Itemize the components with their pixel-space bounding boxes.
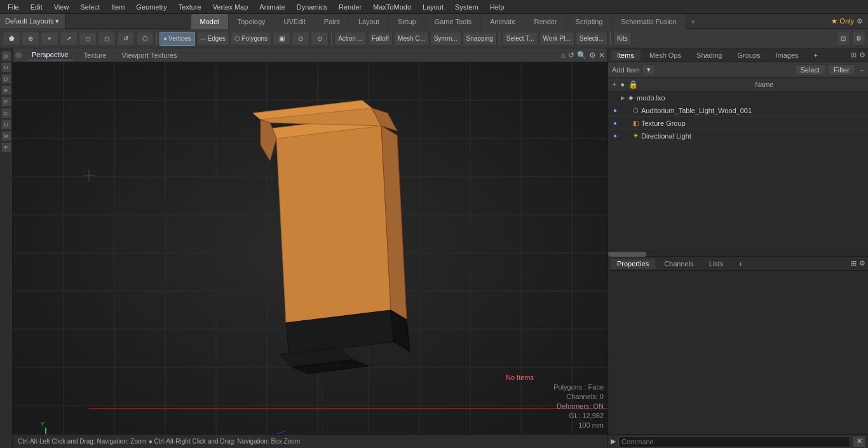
item-eye-light[interactable]: ● xyxy=(611,132,620,140)
items-lock-icon[interactable]: 🔒 xyxy=(628,80,638,89)
tool-action[interactable]: Action ... xyxy=(334,32,367,46)
tool-select-mode[interactable]: ↗ xyxy=(60,32,78,46)
tool-selectt[interactable]: Select T... xyxy=(503,32,538,46)
tool-rotate[interactable]: ↺ xyxy=(117,32,135,46)
list-item-mesh[interactable]: ● ⬡ Auditorium_Table_Light_Wood_001 xyxy=(608,104,868,117)
tool-viewport-fit[interactable]: ⊡ xyxy=(837,32,850,46)
items-scrollbar[interactable] xyxy=(608,251,868,256)
menu-select[interactable]: Select xyxy=(75,2,105,12)
menu-render[interactable]: Render xyxy=(334,2,367,12)
tool-snap[interactable]: ◻ xyxy=(79,32,97,46)
menu-file[interactable]: File xyxy=(3,2,24,12)
items-eye-icon[interactable]: ● xyxy=(620,80,625,89)
viewport-tab-textures[interactable]: Viewport Textures xyxy=(117,50,182,60)
tool-pivot[interactable]: ⌖ xyxy=(41,32,58,46)
left-btn-7[interactable]: U xyxy=(1,119,11,130)
left-btn-2[interactable]: U xyxy=(1,62,11,72)
menu-edit[interactable]: Edit xyxy=(25,2,48,12)
add-item-dropdown[interactable]: ▾ xyxy=(642,64,655,76)
tool-align[interactable]: ◻ xyxy=(98,32,116,46)
tool-world[interactable]: ⊕ xyxy=(22,32,39,46)
right-tab-groups[interactable]: Groups xyxy=(731,50,766,60)
layout-tab-uvedit[interactable]: UVEdit xyxy=(275,14,315,29)
viewport-settings-icon[interactable]: ⚙ xyxy=(589,51,596,60)
left-btn-3[interactable]: D xyxy=(1,74,11,84)
menu-help[interactable]: Help xyxy=(485,2,510,12)
command-input[interactable] xyxy=(618,436,850,447)
right-tab-items[interactable]: Items xyxy=(611,50,641,60)
list-item-root[interactable]: ▶ ◈ modo.lxo xyxy=(608,92,868,104)
panel-settings-icon[interactable]: ⚙ xyxy=(859,51,865,59)
command-clear-button[interactable]: ✕ xyxy=(853,436,865,447)
tool-kits[interactable]: Kits xyxy=(613,32,632,46)
bottom-tab-channels[interactable]: Channels xyxy=(658,259,700,269)
item-eye-texgroup[interactable]: ● xyxy=(611,119,620,128)
menu-layout[interactable]: Layout xyxy=(417,2,449,12)
tool-selecti[interactable]: Selecti... xyxy=(576,32,607,46)
list-item-texgroup[interactable]: ● ◧ Texture Group xyxy=(608,117,868,130)
viewport-dot[interactable] xyxy=(15,52,22,58)
right-tab-images[interactable]: Images xyxy=(770,50,805,60)
viewport-close-icon[interactable]: ✕ xyxy=(599,51,605,60)
select-button[interactable]: Select xyxy=(795,64,826,76)
filter-button[interactable]: Filter xyxy=(828,64,855,76)
tool-meshc[interactable]: Mesh C... xyxy=(394,32,429,46)
left-btn-9[interactable]: F xyxy=(1,142,11,153)
layout-tab-render[interactable]: Render xyxy=(526,14,566,29)
list-item-light[interactable]: ● ☀ Directional Light xyxy=(608,130,868,142)
viewport-tab-perspective[interactable]: Perspective xyxy=(27,50,73,60)
layout-tab-add[interactable]: + xyxy=(686,16,700,27)
menu-texture[interactable]: Texture xyxy=(173,2,207,12)
left-btn-8[interactable]: M xyxy=(1,131,11,141)
menu-animate[interactable]: Animate xyxy=(254,2,290,12)
viewport-home-icon[interactable]: ⌂ xyxy=(561,51,566,60)
tool-workpl[interactable]: Work Pl... xyxy=(539,32,574,46)
left-btn-1[interactable]: D xyxy=(1,51,11,61)
layout-tab-model[interactable]: Model xyxy=(191,14,228,29)
tool-center[interactable]: ⬡ xyxy=(136,32,154,46)
menu-geometry[interactable]: Geometry xyxy=(131,2,172,12)
viewport-search-icon[interactable]: 🔍 xyxy=(577,51,587,60)
item-eye-root[interactable] xyxy=(611,93,620,102)
col-minus-icon[interactable]: − xyxy=(860,66,864,74)
viewport-tab-texture[interactable]: Texture xyxy=(78,50,111,60)
tool-polygons[interactable]: ⬡ Polygons xyxy=(231,32,271,46)
left-btn-6[interactable]: C xyxy=(1,108,11,118)
right-tab-add[interactable]: + xyxy=(808,50,824,60)
menu-view[interactable]: View xyxy=(49,2,74,12)
layout-tab-setup[interactable]: Setup xyxy=(389,14,425,29)
bottom-tab-lists[interactable]: Lists xyxy=(703,259,730,269)
bottom-tab-add[interactable]: + xyxy=(732,259,749,269)
bottom-tab-properties[interactable]: Properties xyxy=(611,259,655,269)
layout-tab-layout[interactable]: Layout xyxy=(349,14,388,29)
panel-expand-icon[interactable]: ⊞ xyxy=(851,51,857,59)
layout-tab-topology[interactable]: Topology xyxy=(229,14,275,29)
right-tab-meshops[interactable]: Mesh Ops xyxy=(643,50,688,60)
viewport-refresh-icon[interactable]: ↺ xyxy=(568,51,574,60)
layout-dropdown[interactable]: Default Layouts ▾ xyxy=(0,14,65,29)
right-tab-shading[interactable]: Shading xyxy=(690,50,728,60)
tool-vertices[interactable]: ● Vertices xyxy=(159,32,195,46)
layout-tab-animate[interactable]: Animate xyxy=(481,14,524,29)
items-scrollbar-thumb[interactable] xyxy=(608,252,646,257)
menu-system[interactable]: System xyxy=(450,2,484,12)
menu-item[interactable]: Item xyxy=(106,2,130,12)
items-add-icon[interactable]: + xyxy=(612,80,616,89)
layout-tab-paint[interactable]: Paint xyxy=(315,14,349,29)
item-eye-mesh[interactable]: ● xyxy=(611,106,620,115)
tool-material[interactable]: ▣ xyxy=(273,32,290,46)
tool-shade[interactable]: ⊙ xyxy=(311,32,329,46)
layout-tab-schematic[interactable]: Schematic Fusion xyxy=(612,14,685,29)
left-btn-5[interactable]: P xyxy=(1,97,11,107)
menu-vertexmap[interactable]: Vertex Map xyxy=(208,2,254,12)
tool-symmetry[interactable]: Symm... xyxy=(430,32,461,46)
layout-tab-scripting[interactable]: Scripting xyxy=(567,14,612,29)
tool-transform[interactable]: ⬟ xyxy=(3,32,20,46)
tool-viewport-settings[interactable]: ⚙ xyxy=(852,32,865,46)
item-arrow-root[interactable]: ▶ xyxy=(621,95,625,101)
menu-dynamics[interactable]: Dynamics xyxy=(292,2,332,12)
tool-falloff[interactable]: Falloff xyxy=(368,32,393,46)
bottom-settings-icon[interactable]: ⚙ xyxy=(859,259,865,268)
tool-wire[interactable]: ⊙ xyxy=(292,32,309,46)
tool-snapping[interactable]: Snapping xyxy=(463,32,497,46)
